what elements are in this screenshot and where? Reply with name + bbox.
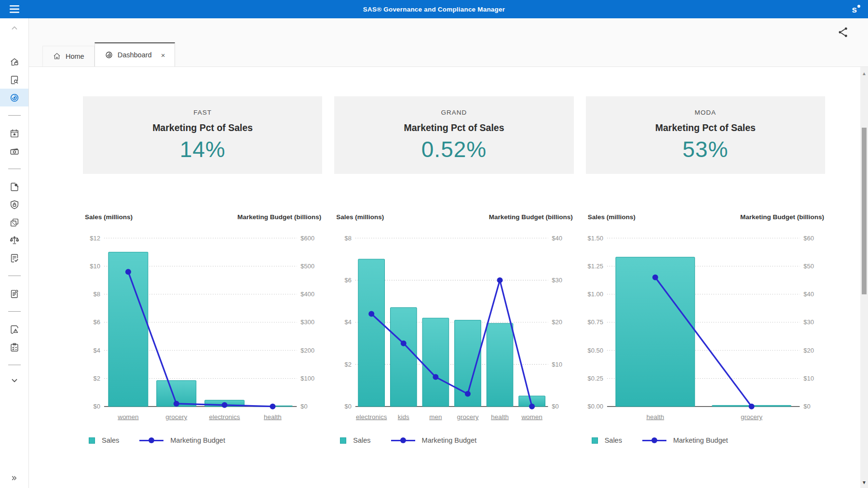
budget-legend-label: Marketing Budget [673, 436, 728, 444]
left-axis-tick: $0.50 [587, 347, 603, 354]
sidebar-divider [8, 267, 21, 285]
left-axis-tick: $10 [90, 263, 100, 270]
sidebar-item-security-policies[interactable] [0, 196, 28, 213]
calendar-star-icon [9, 128, 20, 139]
category-label-health[interactable]: health [646, 413, 664, 421]
sidebar-item-models[interactable] [0, 213, 28, 231]
scroll-down-arrow-icon[interactable]: ▼ [862, 480, 867, 485]
bar-women[interactable] [108, 252, 148, 406]
combo-chart[interactable]: $0.00$0$0.25$10$0.50$20$0.75$30$1.00$40$… [586, 226, 825, 426]
left-axis-label: Sales (millions) [588, 213, 636, 223]
right-axis-tick: $500 [300, 263, 314, 270]
left-axis-tick: $1.00 [587, 290, 603, 298]
right-axis-tick: $100 [300, 375, 314, 382]
category-label-kids[interactable]: kids [398, 413, 409, 421]
right-axis-tick: $300 [300, 319, 314, 326]
budget-point-health[interactable] [497, 277, 503, 283]
kpi-card-grand[interactable]: GRAND Marketing Pct of Sales 0.52% [334, 96, 573, 174]
category-label-women[interactable]: women [117, 413, 138, 421]
budget-point-women[interactable] [529, 404, 535, 409]
sidebar-item-calendar-events[interactable] [0, 124, 28, 142]
left-axis-tick: $0 [345, 403, 352, 410]
right-axis-tick: $60 [803, 235, 814, 242]
bar-electronics[interactable] [358, 259, 385, 407]
budget-point-health[interactable] [652, 275, 658, 280]
copy-dice-icon [9, 217, 20, 228]
chart-grand: Sales (millions) Marketing Budget (billi… [334, 213, 573, 444]
sidebar-item-reports[interactable] [0, 285, 28, 303]
clipboard-doc-icon [9, 289, 20, 299]
left-axis-tick: $6 [345, 277, 352, 284]
charts-row: Sales (millions) Marketing Budget (billi… [83, 213, 825, 444]
dashboard-content: FAST Marketing Pct of Sales 14% GRAND Ma… [29, 66, 868, 488]
scrollbar-thumb[interactable] [860, 128, 868, 294]
sales-legend-label: Sales [102, 436, 119, 444]
tab-dashboard[interactable]: Dashboard × [95, 42, 176, 66]
kpi-cards-row: FAST Marketing Pct of Sales 14% GRAND Ma… [83, 96, 825, 174]
combo-chart[interactable]: $0$0$2$100$4$200$6$300$8$400$10$500$12$6… [83, 226, 322, 426]
left-axis-tick: $1.50 [587, 235, 603, 242]
tab-close-icon[interactable]: × [161, 52, 165, 59]
dashboard-icon [105, 51, 113, 59]
sidebar-expand-button[interactable] [10, 474, 18, 482]
tab-strip: Home Dashboard × [29, 18, 868, 66]
budget-legend-marker [391, 437, 415, 444]
vertical-scrollbar[interactable]: ▲ ▼ [860, 67, 868, 488]
category-label-women[interactable]: women [521, 413, 542, 421]
kpi-value: 53% [682, 136, 728, 162]
left-axis-tick: $12 [90, 235, 100, 242]
budget-point-electronics[interactable] [369, 311, 375, 317]
sidebar-item-document-search[interactable] [0, 71, 28, 89]
sidebar-scroll-up-button[interactable] [9, 22, 20, 34]
budget-point-grocery[interactable] [748, 404, 754, 409]
app-title: SAS® Governance and Compliance Manager [0, 6, 868, 13]
budget-point-electronics[interactable] [222, 402, 228, 408]
left-axis-tick: $0.00 [587, 403, 603, 410]
left-axis-label: Sales (millions) [85, 213, 133, 223]
sidebar-item-assessments[interactable] [0, 249, 28, 267]
budget-point-women[interactable] [125, 269, 131, 275]
doc-check-icon [9, 253, 20, 264]
sidebar-item-inspections[interactable] [0, 178, 28, 196]
combo-chart[interactable]: $0$0$2$10$4$20$6$30$8$40electronicskidsm… [334, 226, 573, 426]
sidebar-scroll-down-button[interactable] [9, 375, 20, 386]
sidebar-divider [8, 356, 21, 374]
kpi-card-moda[interactable]: MODA Marketing Pct of Sales 53% [586, 96, 825, 174]
tab-home[interactable]: Home [42, 46, 95, 66]
budget-point-men[interactable] [433, 374, 439, 380]
sidebar-item-dashboard[interactable] [0, 89, 28, 106]
left-axis-tick: $4 [345, 319, 352, 326]
budget-point-health[interactable] [270, 404, 275, 409]
scroll-up-arrow-icon[interactable]: ▲ [862, 71, 867, 76]
budget-point-grocery[interactable] [174, 401, 179, 407]
right-axis-tick: $0 [300, 403, 307, 410]
category-label-grocery[interactable]: grocery [165, 413, 187, 421]
sidebar-divider [8, 106, 21, 124]
kpi-card-fast[interactable]: FAST Marketing Pct of Sales 14% [83, 96, 322, 174]
left-axis-tick: $4 [94, 347, 100, 354]
bar-kids[interactable] [391, 307, 417, 406]
sidebar-item-issues[interactable] [0, 320, 28, 338]
budget-legend-label: Marketing Budget [422, 436, 477, 444]
sidebar-item-task-checklist[interactable] [0, 338, 28, 356]
category-label-electronics[interactable]: electronics [356, 413, 387, 421]
budget-point-kids[interactable] [401, 341, 407, 346]
category-label-grocery[interactable]: grocery [741, 413, 762, 421]
bar-men[interactable] [422, 318, 449, 407]
category-label-health[interactable]: health [264, 413, 282, 421]
budget-point-grocery[interactable] [465, 391, 471, 397]
sidebar-item-home-workspace[interactable] [0, 53, 28, 71]
right-axis-tick: $600 [300, 235, 314, 242]
category-label-men[interactable]: men [430, 413, 442, 421]
hamburger-menu-icon[interactable] [0, 5, 29, 13]
share-icon[interactable] [837, 26, 850, 40]
sales-legend-swatch [89, 437, 95, 444]
sidebar-item-compliance[interactable] [0, 231, 28, 249]
sidebar-item-finances[interactable] [0, 142, 28, 160]
category-label-electronics[interactable]: electronics [209, 413, 240, 421]
category-label-grocery[interactable]: grocery [457, 413, 479, 421]
bar-health[interactable] [487, 323, 514, 407]
chart-fast: Sales (millions) Marketing Budget (billi… [83, 213, 322, 444]
category-label-health[interactable]: health [491, 413, 509, 421]
money-icon [9, 146, 20, 157]
